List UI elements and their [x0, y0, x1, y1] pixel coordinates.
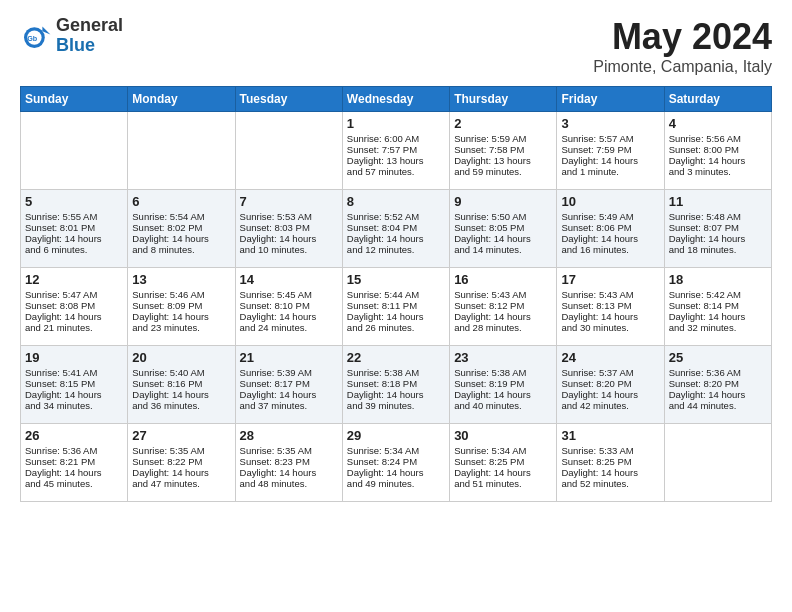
day-info: Daylight: 14 hours: [25, 389, 123, 400]
week-row-4: 19Sunrise: 5:41 AMSunset: 8:15 PMDayligh…: [21, 346, 772, 424]
day-info: Daylight: 14 hours: [669, 155, 767, 166]
day-number: 24: [561, 350, 659, 365]
day-info: Sunset: 8:20 PM: [561, 378, 659, 389]
day-info: and 12 minutes.: [347, 244, 445, 255]
day-cell: 11Sunrise: 5:48 AMSunset: 8:07 PMDayligh…: [664, 190, 771, 268]
day-info: Sunset: 7:59 PM: [561, 144, 659, 155]
day-cell: 24Sunrise: 5:37 AMSunset: 8:20 PMDayligh…: [557, 346, 664, 424]
day-info: Daylight: 14 hours: [561, 233, 659, 244]
day-info: Sunrise: 5:36 AM: [25, 445, 123, 456]
day-number: 6: [132, 194, 230, 209]
day-info: Sunset: 8:24 PM: [347, 456, 445, 467]
day-number: 19: [25, 350, 123, 365]
day-number: 7: [240, 194, 338, 209]
day-header-friday: Friday: [557, 87, 664, 112]
day-number: 27: [132, 428, 230, 443]
day-info: Sunset: 8:23 PM: [240, 456, 338, 467]
day-number: 26: [25, 428, 123, 443]
title-block: May 2024 Pimonte, Campania, Italy: [593, 16, 772, 76]
day-info: Sunset: 8:12 PM: [454, 300, 552, 311]
day-info: Sunrise: 5:47 AM: [25, 289, 123, 300]
day-info: Sunset: 8:20 PM: [669, 378, 767, 389]
day-info: Sunrise: 5:44 AM: [347, 289, 445, 300]
day-info: Sunset: 8:16 PM: [132, 378, 230, 389]
day-cell: 25Sunrise: 5:36 AMSunset: 8:20 PMDayligh…: [664, 346, 771, 424]
day-info: and 21 minutes.: [25, 322, 123, 333]
day-info: Daylight: 14 hours: [669, 233, 767, 244]
day-number: 10: [561, 194, 659, 209]
day-number: 15: [347, 272, 445, 287]
day-number: 5: [25, 194, 123, 209]
day-info: and 1 minute.: [561, 166, 659, 177]
day-info: Sunrise: 5:38 AM: [454, 367, 552, 378]
day-info: Sunset: 8:25 PM: [561, 456, 659, 467]
day-info: Daylight: 14 hours: [132, 467, 230, 478]
week-row-1: 1Sunrise: 6:00 AMSunset: 7:57 PMDaylight…: [21, 112, 772, 190]
day-cell: 22Sunrise: 5:38 AMSunset: 8:18 PMDayligh…: [342, 346, 449, 424]
day-number: 23: [454, 350, 552, 365]
day-info: Sunset: 8:04 PM: [347, 222, 445, 233]
day-info: and 36 minutes.: [132, 400, 230, 411]
day-info: and 10 minutes.: [240, 244, 338, 255]
day-number: 2: [454, 116, 552, 131]
day-cell: 15Sunrise: 5:44 AMSunset: 8:11 PMDayligh…: [342, 268, 449, 346]
day-header-wednesday: Wednesday: [342, 87, 449, 112]
day-info: Sunset: 8:10 PM: [240, 300, 338, 311]
day-cell: 3Sunrise: 5:57 AMSunset: 7:59 PMDaylight…: [557, 112, 664, 190]
day-cell: 29Sunrise: 5:34 AMSunset: 8:24 PMDayligh…: [342, 424, 449, 502]
day-info: Sunrise: 5:36 AM: [669, 367, 767, 378]
day-cell: 20Sunrise: 5:40 AMSunset: 8:16 PMDayligh…: [128, 346, 235, 424]
day-info: Sunset: 8:06 PM: [561, 222, 659, 233]
day-info: Sunrise: 5:33 AM: [561, 445, 659, 456]
day-number: 9: [454, 194, 552, 209]
day-info: Daylight: 14 hours: [669, 311, 767, 322]
day-info: Sunset: 8:00 PM: [669, 144, 767, 155]
day-info: Sunrise: 5:52 AM: [347, 211, 445, 222]
day-number: 18: [669, 272, 767, 287]
day-header-sunday: Sunday: [21, 87, 128, 112]
day-info: Daylight: 14 hours: [561, 311, 659, 322]
day-info: Sunrise: 5:46 AM: [132, 289, 230, 300]
day-info: Daylight: 14 hours: [561, 155, 659, 166]
day-info: Sunset: 7:57 PM: [347, 144, 445, 155]
day-info: Sunrise: 5:41 AM: [25, 367, 123, 378]
day-info: Daylight: 14 hours: [25, 467, 123, 478]
day-cell: 14Sunrise: 5:45 AMSunset: 8:10 PMDayligh…: [235, 268, 342, 346]
day-info: Sunset: 8:25 PM: [454, 456, 552, 467]
day-info: Sunrise: 5:43 AM: [561, 289, 659, 300]
day-cell: 23Sunrise: 5:38 AMSunset: 8:19 PMDayligh…: [450, 346, 557, 424]
day-info: and 28 minutes.: [454, 322, 552, 333]
day-info: Sunrise: 5:39 AM: [240, 367, 338, 378]
day-info: Sunrise: 5:42 AM: [669, 289, 767, 300]
day-cell: 17Sunrise: 5:43 AMSunset: 8:13 PMDayligh…: [557, 268, 664, 346]
day-info: Daylight: 14 hours: [347, 389, 445, 400]
day-number: 1: [347, 116, 445, 131]
day-info: and 32 minutes.: [669, 322, 767, 333]
day-info: and 8 minutes.: [132, 244, 230, 255]
day-info: and 6 minutes.: [25, 244, 123, 255]
day-info: Daylight: 14 hours: [132, 233, 230, 244]
day-cell: 13Sunrise: 5:46 AMSunset: 8:09 PMDayligh…: [128, 268, 235, 346]
logo: Gb General Blue: [20, 16, 123, 56]
day-info: Sunrise: 5:56 AM: [669, 133, 767, 144]
week-row-5: 26Sunrise: 5:36 AMSunset: 8:21 PMDayligh…: [21, 424, 772, 502]
day-info: and 48 minutes.: [240, 478, 338, 489]
day-info: and 37 minutes.: [240, 400, 338, 411]
day-info: Sunset: 8:09 PM: [132, 300, 230, 311]
day-number: 14: [240, 272, 338, 287]
day-info: and 45 minutes.: [25, 478, 123, 489]
day-cell: 12Sunrise: 5:47 AMSunset: 8:08 PMDayligh…: [21, 268, 128, 346]
logo-icon: Gb: [20, 20, 52, 52]
day-info: and 24 minutes.: [240, 322, 338, 333]
day-info: Daylight: 14 hours: [669, 389, 767, 400]
day-cell: 7Sunrise: 5:53 AMSunset: 8:03 PMDaylight…: [235, 190, 342, 268]
header-row: SundayMondayTuesdayWednesdayThursdayFrid…: [21, 87, 772, 112]
day-number: 30: [454, 428, 552, 443]
day-cell: [235, 112, 342, 190]
day-info: and 3 minutes.: [669, 166, 767, 177]
day-cell: 16Sunrise: 5:43 AMSunset: 8:12 PMDayligh…: [450, 268, 557, 346]
day-info: Daylight: 14 hours: [132, 311, 230, 322]
page: Gb General Blue May 2024 Pimonte, Campan…: [0, 0, 792, 518]
day-number: 3: [561, 116, 659, 131]
day-cell: [21, 112, 128, 190]
